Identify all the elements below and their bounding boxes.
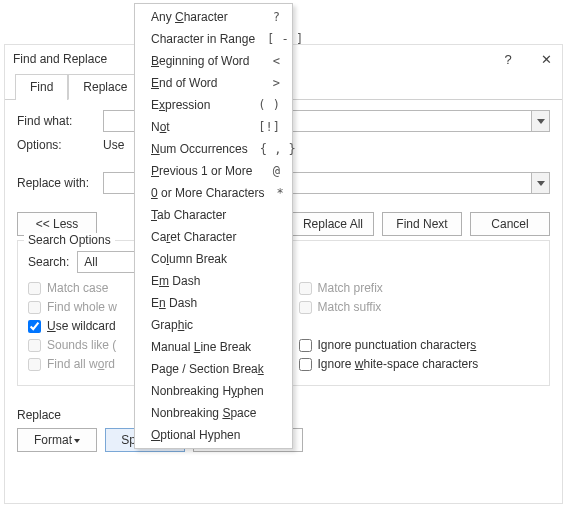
match-prefix-check: Match prefix	[299, 281, 540, 295]
menu-num-occurrences[interactable]: Num Occurrences{ , }	[135, 138, 292, 160]
chevron-down-icon	[74, 439, 80, 443]
menu-prev-1-or-more[interactable]: Previous 1 or More@	[135, 160, 292, 182]
search-direction-value: All	[84, 255, 97, 269]
menu-beginning-word[interactable]: Beginning of Word<	[135, 50, 292, 72]
menu-end-word[interactable]: End of Word>	[135, 72, 292, 94]
tab-replace-label: Replace	[83, 80, 127, 94]
find-what-dropdown[interactable]	[532, 110, 550, 132]
tab-find[interactable]: Find	[15, 74, 68, 100]
menu-em-dash[interactable]: Em Dash	[135, 270, 292, 292]
menu-graphic[interactable]: Graphic	[135, 314, 292, 336]
options-label: Options:	[17, 138, 97, 152]
menu-0-or-more[interactable]: 0 or More Characters*	[135, 182, 292, 204]
menu-en-dash[interactable]: En Dash	[135, 292, 292, 314]
replace-with-dropdown[interactable]	[532, 172, 550, 194]
find-what-label: Find what:	[17, 114, 97, 128]
menu-expression[interactable]: Expression( )	[135, 94, 292, 116]
special-menu: Any Character? Character in Range[ - ] B…	[134, 3, 293, 449]
menu-nonbreaking-hyphen[interactable]: Nonbreaking Hyphen	[135, 380, 292, 402]
chevron-down-icon	[537, 181, 545, 186]
find-next-button[interactable]: Find Next	[382, 212, 462, 236]
chevron-down-icon	[537, 119, 545, 124]
search-direction-label: Search:	[28, 255, 69, 269]
format-button[interactable]: Format	[17, 428, 97, 452]
menu-not[interactable]: Not[!]	[135, 116, 292, 138]
menu-column-break[interactable]: Column Break	[135, 248, 292, 270]
menu-tab-character[interactable]: Tab Character	[135, 204, 292, 226]
replace-all-button[interactable]: Replace All	[292, 212, 374, 236]
replace-with-label: Replace with:	[17, 176, 97, 190]
menu-manual-line-break[interactable]: Manual Line Break	[135, 336, 292, 358]
menu-nonbreaking-space[interactable]: Nonbreaking Space	[135, 402, 292, 424]
search-options-legend: Search Options	[24, 233, 115, 247]
menu-char-range[interactable]: Character in Range[ - ]	[135, 28, 292, 50]
ignore-whitespace-check[interactable]: Ignore white-space characters	[299, 357, 540, 371]
tab-replace[interactable]: Replace	[68, 74, 142, 100]
help-icon[interactable]: ?	[498, 52, 518, 67]
menu-optional-hyphen[interactable]: Optional Hyphen	[135, 424, 292, 446]
options-value: Use	[103, 138, 124, 152]
menu-caret-character[interactable]: Caret Character	[135, 226, 292, 248]
tab-find-label: Find	[30, 80, 53, 94]
cancel-button[interactable]: Cancel	[470, 212, 550, 236]
menu-any-character[interactable]: Any Character?	[135, 6, 292, 28]
close-icon[interactable]: ✕	[536, 52, 556, 67]
match-suffix-check: Match suffix	[299, 300, 540, 314]
menu-page-section-break[interactable]: Page / Section Break	[135, 358, 292, 380]
ignore-punct-check[interactable]: Ignore punctuation characters	[299, 338, 540, 352]
